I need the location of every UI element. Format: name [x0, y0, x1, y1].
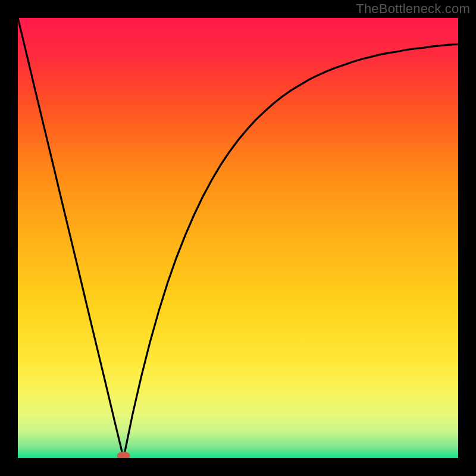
watermark-text: TheBottleneck.com	[356, 1, 470, 17]
gradient-background	[18, 18, 458, 458]
chart-svg	[18, 18, 458, 458]
chart-frame: TheBottleneck.com	[0, 0, 476, 476]
plot-area	[18, 18, 458, 458]
